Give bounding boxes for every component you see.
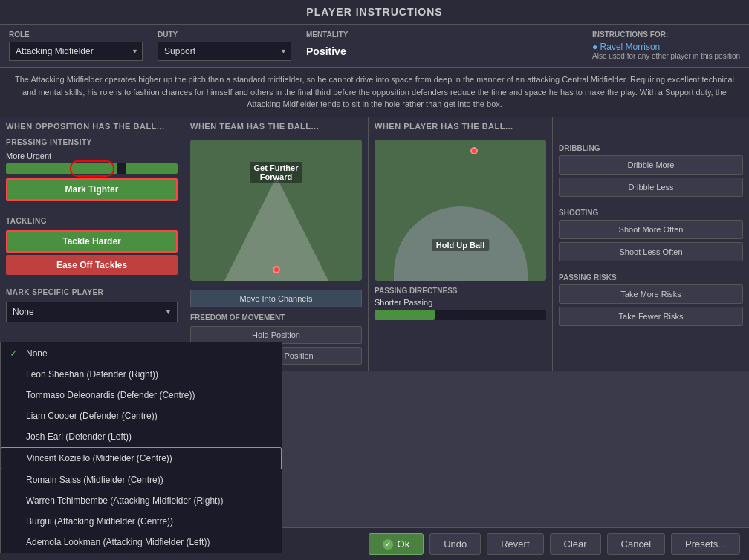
- pressing-value-label: More Urgent: [6, 152, 178, 160]
- move-into-channels-button[interactable]: Move Into Channels: [190, 290, 362, 307]
- duty-section: DUTY Support: [158, 30, 291, 61]
- pressing-title: PRESSING INTENSITY: [0, 134, 184, 149]
- shoot-more-button[interactable]: Shoot More Often: [559, 220, 743, 239]
- dropdown-item[interactable]: Burgui (Attacking Midfielder (Centre)): [1, 511, 282, 532]
- spacer: [553, 117, 749, 141]
- mentality-section: MENTALITY Positive: [306, 30, 348, 61]
- take-more-risks-button[interactable]: Take More Risks: [559, 284, 743, 304]
- mentality-label: MENTALITY: [306, 30, 348, 39]
- mentality-value: Positive: [306, 42, 348, 61]
- dropdown-item[interactable]: Vincent Koziello (Midfielder (Centre)): [1, 447, 282, 469]
- player-pitch: Hold Up Ball: [374, 140, 546, 281]
- dropdown-item[interactable]: Ademola Lookman (Attacking Midfielder (L…: [1, 532, 282, 553]
- pressing-area: More Urgent Mark Tighter: [0, 149, 184, 212]
- dribble-more-button[interactable]: Dribble More: [559, 155, 743, 175]
- mark-player-select[interactable]: None: [6, 302, 178, 322]
- mark-specific-title: MARK SPECIFIC PLAYER: [0, 284, 184, 299]
- dropdown-item[interactable]: Warren Tchimbembe (Attacking Midfielder …: [1, 490, 282, 511]
- slider-annotation: [70, 160, 114, 177]
- description-box: The Attacking Midfielder operates higher…: [0, 68, 749, 117]
- revert-button[interactable]: Revert: [487, 533, 543, 555]
- undo-button[interactable]: Undo: [429, 533, 481, 555]
- freedom-title: FREEDOM OF MOVEMENT: [190, 313, 362, 322]
- passing-section: PASSING DIRECTNESS Shorter Passing: [369, 287, 552, 329]
- page-title: PLAYER INSTRUCTIONS: [0, 0, 749, 25]
- hold-position-button[interactable]: Hold Position: [190, 326, 362, 344]
- team-header: WHEN TEAM HAS THE BALL...: [184, 117, 368, 134]
- duty-dropdown-wrapper: Support: [158, 42, 291, 61]
- mark-player-dropdown-list: ✓NoneLeon Sheehan (Defender (Right))Tomm…: [0, 342, 282, 553]
- ok-button[interactable]: ✓ Ok: [369, 533, 424, 555]
- shooting-title: SHOOTING: [559, 209, 743, 217]
- passing-bar-fill: [374, 310, 435, 320]
- main-area: WHEN OPPOSITION HAS THE BALL... PRESSING…: [0, 117, 749, 371]
- pitch-label-get-further: Get FurtherForward: [250, 162, 303, 183]
- passing-value-label: Shorter Passing: [374, 298, 546, 307]
- left-column: WHEN OPPOSITION HAS THE BALL... PRESSING…: [0, 117, 184, 371]
- tackle-harder-button[interactable]: Tackle Harder: [6, 230, 178, 253]
- tackling-title: TACKLING: [0, 212, 184, 227]
- team-pitch: Get FurtherForward: [190, 140, 362, 281]
- shooting-section: SHOOTING Shoot More Often Shoot Less Oft…: [553, 206, 749, 267]
- mark-select-wrapper: None: [6, 302, 178, 322]
- player-header: WHEN PLAYER HAS THE BALL...: [369, 117, 552, 134]
- top-bar: ROLE Attacking Midfielder DUTY Support M…: [0, 25, 749, 68]
- slider-fill-left: [6, 163, 66, 174]
- player-name: ● Ravel Morrison: [592, 42, 740, 52]
- passing-risks-section: PASSING RISKS Take More Risks Take Fewer…: [553, 270, 749, 332]
- passing-risks-title: PASSING RISKS: [559, 273, 743, 281]
- duty-dropdown[interactable]: Support: [158, 42, 291, 61]
- mid-column: WHEN TEAM HAS THE BALL... Get FurtherFor…: [184, 117, 369, 371]
- dropdown-item[interactable]: Josh Earl (Defender (Left)): [1, 426, 282, 447]
- instructions-for-sub: Also used for any other player in this p…: [592, 52, 740, 60]
- dribbling-title: DRIBBLING: [559, 144, 743, 152]
- tackling-area: Tackle Harder Ease Off Tackles: [0, 227, 184, 284]
- shoot-less-button[interactable]: Shoot Less Often: [559, 242, 743, 261]
- role-section: ROLE Attacking Midfielder: [9, 30, 143, 61]
- instructions-for-section: INSTRUCTIONS FOR: ● Ravel Morrison Also …: [592, 30, 740, 60]
- far-right-column: DRIBBLING Dribble More Dribble Less SHOO…: [553, 117, 749, 371]
- hold-up-ball-label: Hold Up Ball: [432, 239, 489, 251]
- role-label: ROLE: [9, 30, 143, 39]
- passing-bar[interactable]: [374, 310, 546, 320]
- passing-title: PASSING DIRECTNESS: [374, 287, 546, 295]
- slider-fill-right: [126, 163, 178, 174]
- ease-off-tackles-button[interactable]: Ease Off Tackles: [6, 255, 178, 275]
- dropdown-item[interactable]: Tommaso Deleonardis (Defender (Centre)): [1, 385, 282, 406]
- dropdown-item[interactable]: Liam Cooper (Defender (Centre)): [1, 406, 282, 426]
- mark-player-section: None: [0, 299, 184, 328]
- presets-button[interactable]: Presets...: [671, 533, 740, 555]
- role-dropdown-wrapper: Attacking Midfielder: [9, 42, 143, 61]
- cancel-button[interactable]: Cancel: [607, 533, 665, 555]
- mark-tighter-button[interactable]: Mark Tighter: [6, 178, 178, 201]
- opposition-header: WHEN OPPOSITION HAS THE BALL...: [0, 117, 184, 134]
- mark-tighter-wrapper: Mark Tighter: [6, 178, 178, 204]
- dribbling-section: DRIBBLING Dribble More Dribble Less: [553, 141, 749, 203]
- dribble-less-button[interactable]: Dribble Less: [559, 178, 743, 197]
- role-dropdown[interactable]: Attacking Midfielder: [9, 42, 143, 61]
- pitch-dot-team: [273, 266, 280, 273]
- take-fewer-risks-button[interactable]: Take Fewer Risks: [559, 307, 743, 326]
- page-container: PLAYER INSTRUCTIONS ROLE Attacking Midfi…: [0, 0, 749, 371]
- clear-button[interactable]: Clear: [550, 533, 601, 555]
- dropdown-item[interactable]: ✓None: [1, 342, 282, 364]
- instructions-for-label: INSTRUCTIONS FOR:: [592, 30, 740, 39]
- pitch-dot-player: [470, 147, 478, 154]
- pitch-cone: [224, 177, 328, 281]
- right-column: WHEN PLAYER HAS THE BALL... Hold Up Ball…: [369, 117, 553, 371]
- dropdown-item[interactable]: Romain Saiss (Midfielder (Centre)): [1, 469, 282, 490]
- duty-label: DUTY: [158, 30, 291, 39]
- dropdown-item[interactable]: Leon Sheehan (Defender (Right)): [1, 364, 282, 385]
- pressing-slider-track[interactable]: [6, 163, 178, 174]
- ok-icon: ✓: [383, 539, 393, 550]
